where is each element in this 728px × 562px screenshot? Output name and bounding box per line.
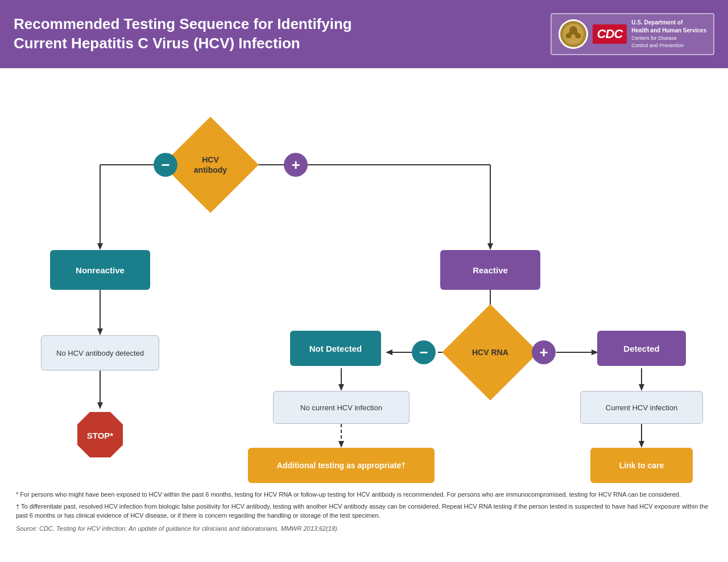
svg-marker-26	[338, 441, 344, 448]
footer: * For persons who might have been expose…	[0, 483, 728, 538]
current-hcv-box: Current HCV infection	[580, 391, 703, 424]
svg-marker-30	[639, 441, 644, 448]
footnote1: * For persons who might have been expose…	[16, 490, 712, 499]
plus-circle-antibody: +	[284, 153, 308, 177]
svg-marker-10	[487, 243, 493, 250]
header-title: Recommended Testing Sequence for Identif…	[14, 15, 352, 53]
flowchart: HCV antibody − + Nonreactive Reactive HC…	[0, 68, 728, 483]
minus-circle-rna: −	[412, 340, 436, 364]
stop-sign: STOP*	[75, 409, 126, 460]
hcv-rna-diamond: HCV RNA	[442, 304, 539, 401]
svg-marker-12	[97, 328, 103, 335]
hhs-eagle-icon	[559, 19, 588, 49]
minus-circle-antibody: −	[154, 153, 177, 177]
source-citation: Source: CDC. Testing for HCV infection: …	[16, 524, 712, 534]
svg-text:STOP*: STOP*	[87, 431, 114, 440]
reactive-box: Reactive	[440, 250, 540, 290]
plus-circle-rna: +	[532, 340, 556, 364]
hcv-antibody-label: HCV antibody	[194, 155, 227, 175]
footnote2: † To differentiate past, resolved HCV in…	[16, 502, 712, 521]
cdc-logo: CDC	[593, 24, 627, 44]
hhs-text: U.S. Department of Health and Human Serv…	[631, 19, 706, 49]
svg-marker-19	[386, 349, 392, 355]
detected-box: Detected	[597, 331, 686, 366]
svg-marker-7	[97, 243, 103, 250]
not-detected-box: Not Detected	[290, 331, 381, 366]
hcv-rna-label: HCV RNA	[472, 347, 508, 357]
additional-testing-box: Additional testing as appropriate†	[248, 448, 435, 483]
svg-marker-24	[338, 384, 344, 391]
svg-point-4	[571, 34, 576, 41]
link-to-care-box: Link to care	[590, 448, 693, 483]
no-hcv-antibody-box: No HCV antibody detected	[41, 335, 159, 370]
header-logo: CDC U.S. Department of Health and Human …	[551, 13, 714, 55]
header: Recommended Testing Sequence for Identif…	[0, 0, 728, 68]
nonreactive-box: Nonreactive	[50, 250, 150, 290]
svg-marker-28	[639, 384, 644, 391]
svg-marker-14	[97, 402, 103, 409]
no-current-hcv-box: No current HCV infection	[273, 391, 410, 424]
